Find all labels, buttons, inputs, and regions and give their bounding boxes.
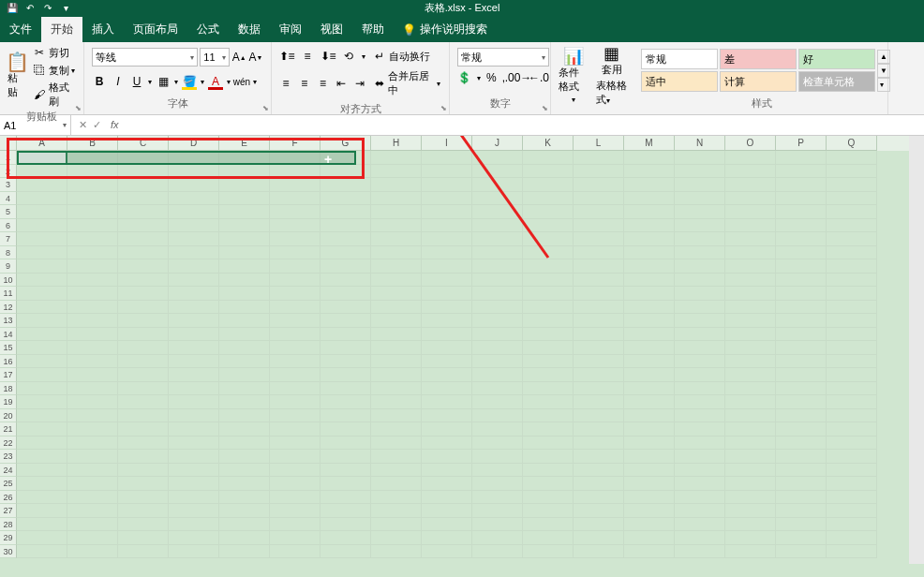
cell[interactable] [270,518,320,532]
style-calc[interactable]: 计算 [720,71,797,92]
number-format-combo[interactable]: 常规▾ [457,48,549,67]
cell[interactable] [523,246,574,260]
cell[interactable] [725,287,776,301]
cell[interactable] [371,192,422,206]
cell[interactable] [574,491,624,505]
cell[interactable] [219,464,270,478]
cell[interactable] [371,301,422,315]
cell[interactable] [574,301,624,315]
cell[interactable] [624,205,675,219]
row-header[interactable]: 25 [0,477,17,491]
cell[interactable] [776,205,827,219]
cell[interactable] [219,504,270,518]
column-header[interactable]: F [270,136,320,151]
cell[interactable] [67,328,118,342]
cell[interactable] [67,368,118,382]
alignment-launcher-icon[interactable]: ⬊ [440,104,447,112]
cell[interactable] [270,328,320,342]
orientation-icon[interactable]: ⟲ [341,49,356,64]
cell[interactable] [523,274,574,288]
cell[interactable] [320,151,371,165]
cell[interactable] [725,259,776,274]
cell[interactable] [67,165,118,179]
cell[interactable] [118,450,169,464]
cell[interactable] [118,232,169,246]
cell[interactable] [725,274,776,288]
cell[interactable] [17,518,67,532]
cell[interactable] [472,274,523,288]
cell[interactable] [118,246,169,260]
style-normal[interactable]: 常规 [641,49,718,69]
cell[interactable] [371,232,422,246]
cell[interactable] [675,232,725,246]
row-header[interactable]: 13 [0,314,17,328]
cell[interactable] [118,259,169,274]
cell[interactable] [67,232,118,246]
cell[interactable] [270,314,320,328]
cell[interactable] [776,219,827,233]
row-header[interactable]: 24 [0,464,17,478]
row-header[interactable]: 9 [0,259,17,274]
cell[interactable] [67,477,118,491]
cell[interactable] [725,545,776,559]
cell[interactable] [118,382,169,396]
cell[interactable] [169,205,219,219]
cell[interactable] [675,491,725,505]
tab-home[interactable]: 开始 [41,17,82,42]
cell[interactable] [422,287,472,301]
cell[interactable] [67,464,118,478]
cell[interactable] [219,246,270,260]
cell[interactable] [219,382,270,396]
cell[interactable] [523,328,574,342]
tab-view[interactable]: 视图 [311,17,352,42]
cell[interactable] [422,328,472,342]
cell[interactable] [422,246,472,260]
cell[interactable] [320,328,371,342]
column-header[interactable]: K [523,136,574,151]
column-header[interactable]: B [67,136,118,151]
cell[interactable] [725,341,776,355]
row-header[interactable]: 23 [0,450,17,464]
cell[interactable] [371,409,422,423]
cell[interactable] [118,518,169,532]
tab-formulas[interactable]: 公式 [187,17,229,42]
cell[interactable] [776,531,827,545]
cell[interactable] [118,368,169,382]
cell[interactable] [574,205,624,219]
cell[interactable] [320,368,371,382]
cell[interactable] [422,545,472,559]
cell[interactable] [169,274,219,288]
row-header[interactable]: 8 [0,246,17,260]
cell[interactable] [827,165,877,179]
cell[interactable] [776,328,827,342]
cell[interactable] [827,259,877,274]
cell[interactable] [776,491,827,505]
cell[interactable] [17,368,67,382]
cell[interactable] [776,246,827,260]
cell[interactable] [523,409,574,423]
cell[interactable] [725,477,776,491]
cell[interactable] [827,531,877,545]
cell[interactable] [320,259,371,274]
cell[interactable] [219,178,270,192]
cell[interactable] [675,450,725,464]
cell[interactable] [675,287,725,301]
cell[interactable] [422,219,472,233]
cell[interactable] [219,518,270,532]
cell[interactable] [624,355,675,369]
cell[interactable] [118,504,169,518]
cell[interactable] [725,422,776,436]
cell[interactable] [624,232,675,246]
cell[interactable] [675,178,725,192]
cell[interactable] [422,395,472,409]
cell[interactable] [624,314,675,328]
cell[interactable] [219,314,270,328]
cell[interactable] [725,165,776,179]
cell[interactable] [472,232,523,246]
cell[interactable] [169,395,219,409]
row-header[interactable]: 30 [0,545,17,559]
cell[interactable] [827,382,877,396]
cell[interactable] [118,328,169,342]
cell[interactable] [169,219,219,233]
cell[interactable] [219,450,270,464]
